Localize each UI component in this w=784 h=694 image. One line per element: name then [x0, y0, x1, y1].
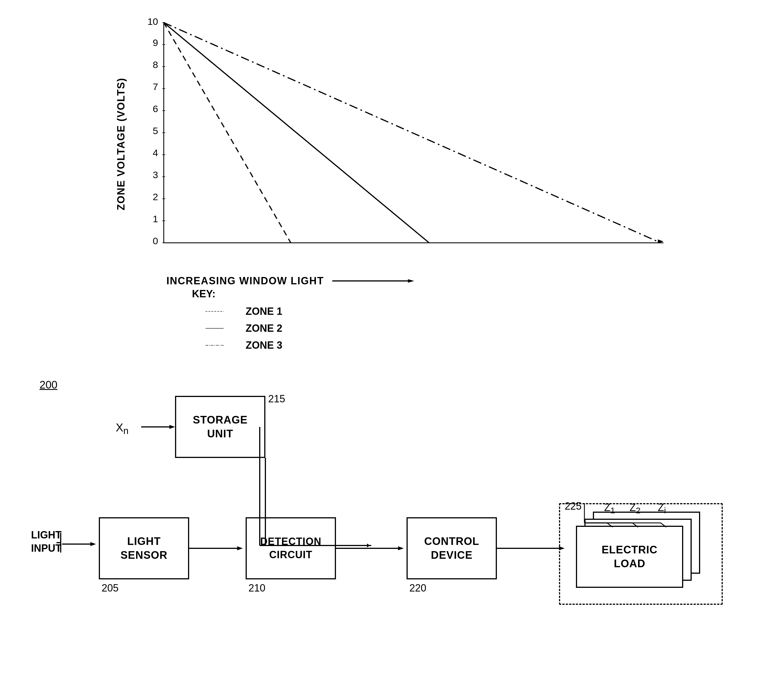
- svg-text:0: 0: [153, 236, 158, 246]
- svg-marker-53: [367, 544, 370, 547]
- zone1-line: [164, 23, 291, 243]
- arrow-lightinput-sensor: [62, 540, 99, 548]
- svg-text:3: 3: [153, 170, 158, 180]
- label-215: 215: [268, 393, 285, 405]
- chart-area: ZONE VOLTAGE (VOLTS) 0 1 2 3 4 5 6 7 8: [115, 17, 669, 271]
- arrow-control-load: [497, 544, 567, 552]
- bracket-zones: [576, 500, 680, 529]
- svg-line-50: [660, 523, 666, 527]
- svg-text:5: 5: [153, 125, 158, 136]
- svg-text:4: 4: [153, 147, 158, 158]
- svg-marker-41: [398, 546, 404, 550]
- svg-line-46: [607, 523, 613, 527]
- svg-marker-26: [408, 279, 414, 283]
- key-label-zone2: ZONE 2: [245, 322, 282, 334]
- key-label-zone3: ZONE 3: [245, 340, 282, 351]
- light-sensor-box: LIGHTSENSOR: [99, 517, 189, 579]
- zone3-line: [164, 23, 660, 243]
- chart-section: ZONE VOLTAGE (VOLTS) 0 1 2 3 4 5 6 7 8: [23, 17, 761, 356]
- svg-text:6: 6: [153, 103, 158, 114]
- svg-text:2: 2: [153, 191, 158, 202]
- x-axis-arrow: [332, 278, 417, 284]
- storage-merge-arrow: [264, 458, 371, 548]
- diagram-section: 200 STORAGEUNIT 215 Xn LIGHTINPUT LIGHTS…: [23, 379, 757, 633]
- xn-label: Xn: [116, 421, 128, 436]
- key-line-zone2: [192, 328, 237, 329]
- svg-text:7: 7: [153, 81, 158, 92]
- key-item-zone2: ZONE 2: [192, 322, 282, 334]
- svg-text:10: 10: [147, 17, 158, 27]
- x-axis-label-row: INCREASING WINDOW LIGHT: [166, 275, 669, 287]
- electric-load-box-front: ELECTRICLOAD: [576, 526, 683, 588]
- chart-svg: 0 1 2 3 4 5 6 7 8 9 10: [133, 17, 669, 271]
- svg-line-48: [632, 523, 638, 527]
- label-205: 205: [102, 582, 119, 594]
- label-220: 220: [409, 582, 426, 594]
- svg-text:8: 8: [153, 59, 158, 70]
- key-section: KEY: ZONE 1 ZONE 2 ZONE 3: [192, 288, 282, 356]
- key-line-zone1: [192, 311, 237, 312]
- y-axis-label: ZONE VOLTAGE (VOLTS): [115, 77, 127, 210]
- chart-canvas: 0 1 2 3 4 5 6 7 8 9 10: [133, 17, 669, 271]
- svg-marker-33: [91, 542, 96, 546]
- key-item-zone3: ZONE 3: [192, 340, 282, 351]
- x-axis-label: INCREASING WINDOW LIGHT: [166, 275, 324, 287]
- svg-text:1: 1: [153, 213, 158, 224]
- svg-text:9: 9: [153, 37, 158, 48]
- control-device-box: CONTROLDEVICE: [407, 517, 497, 579]
- key-label-zone1: ZONE 1: [245, 305, 282, 317]
- arrow-xn-storage: [141, 423, 178, 431]
- key-title: KEY:: [192, 288, 282, 300]
- label-210: 210: [249, 582, 265, 594]
- label-200: 200: [40, 379, 57, 391]
- svg-marker-31: [170, 425, 175, 429]
- key-line-zone3: [192, 345, 237, 346]
- zone2-line: [164, 23, 429, 243]
- fork-symbol: [56, 533, 65, 552]
- key-item-zone1: ZONE 1: [192, 305, 282, 317]
